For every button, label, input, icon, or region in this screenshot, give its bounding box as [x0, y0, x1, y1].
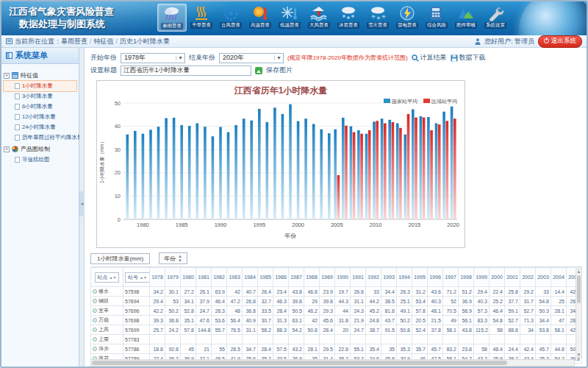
radio-icon[interactable] [93, 347, 97, 351]
chart-title-input[interactable] [121, 66, 251, 76]
toolbar-item-risk-calculator[interactable]: 综合风险 [422, 4, 451, 32]
value-cell: 45 [181, 344, 196, 354]
svg-text:20: 20 [115, 169, 121, 176]
vertical-scrollbar-thumb[interactable] [577, 275, 581, 303]
svg-text:✳: ✳ [381, 14, 386, 19]
tree-toggle-icon[interactable]: + [4, 73, 10, 79]
sidebar-item[interactable]: 6小时降水量 [4, 102, 76, 112]
year-sort-control[interactable]: 年份 ▲▼ [159, 252, 187, 264]
globe-graphic [519, 1, 587, 35]
tree-toggle-icon[interactable]: + [4, 146, 10, 152]
vertical-scrollbar[interactable]: ▲ ▼ [576, 269, 582, 358]
station-name-cell[interactable]: 上栗 [91, 335, 123, 344]
value-cell: 39.8 [320, 297, 335, 306]
year-column-header: 1985 [258, 268, 273, 287]
sidebar-splitter[interactable]: ◂ [79, 48, 85, 367]
sidebar-title: 系统菜单 [1, 48, 79, 64]
data-download-button[interactable]: 数据下载 [451, 53, 486, 63]
scroll-up-icon[interactable]: ▲ [576, 269, 581, 274]
settings-icon [486, 5, 505, 21]
value-cell: 31.3 [273, 316, 289, 325]
table-row[interactable]: 万载5769839.336.835.147.653.656.440.930.73… [91, 316, 583, 325]
year-column-header: 1983 [227, 268, 243, 287]
toolbar-item-label: 高温普查 [249, 22, 271, 29]
toolbar-item-rainstorm[interactable]: 暴雨普查 [157, 4, 187, 32]
toolbar-item-map-review[interactable]: 图件审核 [451, 4, 481, 32]
year-column-header: 1997 [443, 268, 459, 287]
radio-icon[interactable] [93, 299, 97, 303]
value-cell: 48 [227, 306, 243, 316]
risk-calculator-icon [427, 5, 446, 21]
sidebar-section[interactable]: +产品图绘制 [4, 145, 76, 153]
station-column-header[interactable]: 站点 ▲▼ [91, 268, 123, 287]
horizontal-scrollbar-thumb[interactable] [92, 361, 507, 365]
station-name-cell[interactable]: 铜鼓 [91, 297, 123, 306]
station-name-cell[interactable]: 萍乡 [91, 344, 123, 354]
toolbar-item-typhoon[interactable]: 台风普查 [216, 4, 245, 32]
toolbar-item-snow[interactable]: ✳✳✳雪灾普查 [363, 4, 392, 32]
sidebar-item[interactable]: 1小时降水量 [4, 81, 76, 91]
breadcrumb-link[interactable]: 特征值 [94, 38, 114, 45]
toolbar-item-label: 大风普查 [308, 22, 330, 29]
start-year-select[interactable]: 1978年 ▼ [121, 53, 185, 63]
value-cell: 25 [551, 297, 567, 306]
value-cell [335, 335, 351, 344]
sidebar-item-label: 1小时降水量 [22, 82, 53, 90]
save-image-button[interactable]: 保存图片 [266, 66, 293, 75]
legend-chip [384, 99, 390, 103]
logout-button[interactable]: 退出系统 [538, 35, 582, 48]
horizontal-scrollbar[interactable] [90, 359, 575, 367]
value-cell: 92.8 [165, 344, 181, 354]
station-name-cell[interactable]: 修水 [91, 287, 123, 297]
sidebar-item[interactable]: 24小时降水量 [4, 122, 76, 132]
station-id-column-header[interactable]: 站号 ▲▼ [123, 268, 150, 287]
value-cell: 47 [551, 316, 567, 325]
breadcrumb-link[interactable]: 暴雨普查 [61, 38, 87, 45]
toolbar-item-drought[interactable]: 干旱普查 [187, 4, 216, 32]
main-panel: 开始年份 1978年 ▼ 结束年份 2020年 ▼ (规定年限1978-2020… [85, 48, 587, 367]
radio-icon[interactable] [93, 289, 97, 294]
value-cell: 33 [366, 287, 381, 297]
sidebar-item-label: 3小时降水量 [22, 93, 53, 100]
value-cell [258, 335, 273, 344]
table-row[interactable]: 萍乡5778618.892.845215528.534.728.457.543.… [91, 344, 583, 354]
table-scroll-region[interactable]: 站点 ▲▼站号 ▲▼197819791980198119821983198419… [90, 266, 582, 364]
sidebar-item[interactable]: 3小时降水量 [4, 91, 76, 102]
station-name-cell[interactable]: 万载 [91, 316, 123, 325]
radio-icon[interactable] [93, 318, 97, 322]
toolbar-item-low-temp[interactable]: 低温普查 [275, 4, 304, 32]
radio-icon[interactable] [93, 337, 97, 342]
sidebar-item[interactable]: 等值线绘图 [4, 155, 76, 165]
calc-result-button[interactable]: 计算结果 [412, 53, 447, 63]
app-title-line1: 江西省气象灾害风险普查 [9, 5, 114, 18]
table-row[interactable]: 上高5769925.724.257.8144.855.776.531.158.2… [91, 325, 583, 335]
svg-text:2005: 2005 [331, 222, 343, 228]
station-name-cell[interactable]: 上高 [91, 325, 123, 335]
toolbar-item-hail[interactable]: 冰雹普查 [334, 4, 363, 32]
table-row[interactable]: 上栗57783 [91, 335, 583, 344]
sidebar-item[interactable]: 历年暴雨过程平均降水量 [4, 132, 76, 143]
year-column-header: 1979 [165, 268, 181, 287]
end-year-select[interactable]: 2020年 ▼ [219, 53, 284, 63]
breadcrumb-link[interactable]: 历史1小时降水量 [120, 38, 170, 45]
toolbar-item-settings[interactable]: 系统设置 [481, 4, 510, 32]
sidebar-item[interactable]: 12小时降水量 [4, 112, 76, 122]
toolbar-item-label: 图件审核 [455, 22, 477, 29]
table-row[interactable]: 铜鼓5769429.45334.137.946.447.226.832.746.… [91, 297, 583, 306]
sidebar-section[interactable]: +特征值 [4, 71, 76, 79]
table-row[interactable]: 修水5759834.230.127.226.163.94240.726.423.… [91, 287, 583, 297]
station-name-cell[interactable]: 宜丰 [91, 306, 123, 316]
value-cell: 57.3 [474, 306, 490, 316]
table-row[interactable]: 宜丰5769642.250.252.824.728.34836.833.528.… [91, 306, 583, 316]
radio-icon[interactable] [93, 308, 97, 313]
scroll-down-icon[interactable]: ▼ [576, 353, 581, 357]
value-cell: 36.8 [165, 316, 181, 325]
toolbar-item-high-temp[interactable]: 高温普查 [245, 4, 275, 32]
legend-label: 区域站平均 [431, 99, 457, 104]
map-review-icon [456, 5, 476, 21]
toolbar-item-lightning[interactable]: 雷电普查 [392, 4, 422, 32]
collapse-arrow-icon[interactable]: ◂ [79, 191, 85, 216]
toolbar-item-gale[interactable]: 大风普查 [304, 4, 334, 32]
value-cell: 88.3 [273, 325, 289, 335]
radio-icon[interactable] [93, 328, 97, 332]
